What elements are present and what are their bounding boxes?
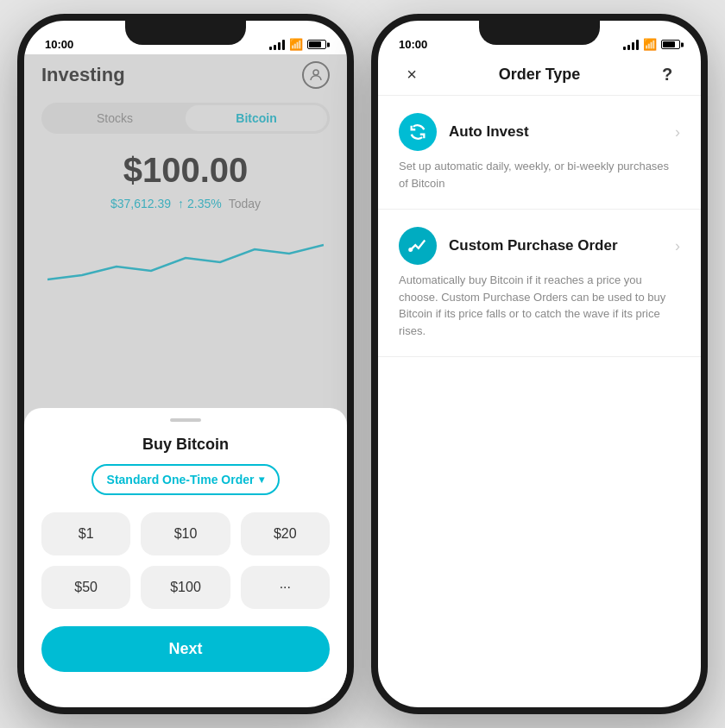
custom-purchase-option[interactable]: Custom Purchase Order › Automatically bu… (378, 210, 701, 357)
time-left: 10:00 (45, 38, 73, 51)
custom-purchase-icon (399, 227, 437, 265)
custom-purchase-chevron: › (675, 237, 680, 255)
close-button[interactable]: × (399, 65, 425, 85)
amount-chip-1[interactable]: $1 (41, 512, 130, 555)
left-phone: 10:00 📶 Investing Stocks Bitcoin (17, 14, 354, 714)
status-bar-right: 10:00 📶 (378, 28, 701, 54)
custom-purchase-left: Custom Purchase Order (399, 227, 618, 265)
status-icons-left: 📶 (269, 38, 326, 51)
custom-purchase-row: Custom Purchase Order › (399, 227, 680, 265)
amount-chip-3[interactable]: $20 (241, 512, 330, 555)
signal-icon (269, 40, 285, 50)
amount-grid: $1 $10 $20 $50 $100 ··· (41, 512, 330, 609)
bottom-sheet: Buy Bitcoin Standard One-Time Order ▾ $1… (24, 408, 347, 698)
order-type-header: × Order Type ? (378, 54, 701, 96)
auto-invest-desc: Set up automatic daily, weekly, or bi-we… (399, 158, 680, 191)
next-button[interactable]: Next (41, 626, 330, 672)
amount-chip-2[interactable]: $10 (141, 512, 230, 555)
auto-invest-option[interactable]: Auto Invest › Set up automatic daily, we… (378, 96, 701, 210)
auto-invest-icon (399, 113, 437, 151)
wifi-icon: 📶 (289, 38, 303, 51)
amount-chip-4[interactable]: $50 (41, 566, 130, 609)
auto-invest-left: Auto Invest (399, 113, 529, 151)
auto-invest-row: Auto Invest › (399, 113, 680, 151)
amount-chip-more[interactable]: ··· (241, 566, 330, 609)
auto-invest-label: Auto Invest (449, 123, 529, 141)
custom-purchase-label: Custom Purchase Order (449, 237, 618, 254)
order-type-title: Order Type (499, 66, 581, 84)
screen-content-left: Investing Stocks Bitcoin $100.00 $37,612… (24, 54, 347, 698)
custom-purchase-desc: Automatically buy Bitcoin if it reaches … (399, 272, 680, 339)
status-bar-left: 10:00 📶 (24, 28, 347, 54)
screen-content-right: × Order Type ? Auto Invest › Set up au (378, 54, 701, 698)
order-type-label: Standard One-Time Order (107, 473, 255, 486)
status-icons-right: 📶 (623, 38, 680, 51)
battery-icon (307, 40, 326, 49)
amount-chip-5[interactable]: $100 (141, 566, 230, 609)
battery-icon-right (661, 40, 680, 49)
order-type-button[interactable]: Standard One-Time Order ▾ (91, 464, 281, 495)
sheet-handle (170, 418, 201, 422)
auto-invest-chevron: › (675, 123, 680, 141)
wifi-icon-right: 📶 (643, 38, 657, 51)
sheet-title: Buy Bitcoin (41, 436, 330, 454)
svg-point-1 (409, 248, 412, 251)
time-right: 10:00 (399, 38, 427, 51)
signal-icon-right (623, 40, 639, 50)
dropdown-icon: ▾ (259, 474, 264, 486)
help-button[interactable]: ? (654, 65, 680, 85)
right-phone: 10:00 📶 × Order Type ? (371, 14, 708, 714)
